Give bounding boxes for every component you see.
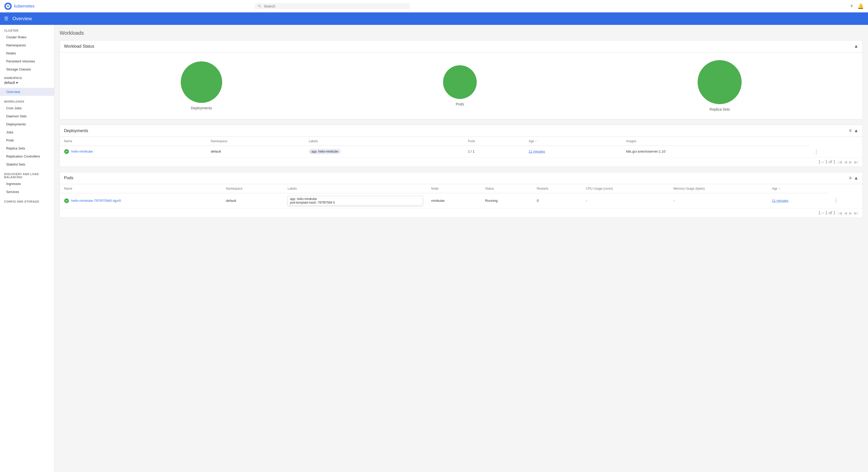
- sidebar-item-services[interactable]: Services: [0, 188, 54, 196]
- pod-status-cell: hello-minikube-797f975945-lqjm5: [60, 193, 222, 208]
- replica-sets-label: Replica Sets: [710, 107, 730, 111]
- pods-card: Pods ≡ ▲ Name Namespace Labels Node Stat…: [60, 172, 863, 218]
- deployment-status-cell: hello-minikube: [60, 146, 207, 157]
- pods-prev-page-icon[interactable]: ◀: [844, 211, 847, 215]
- namespace-dropdown-icon[interactable]: ▾: [16, 81, 18, 85]
- pods-last-page-icon[interactable]: ▶|: [854, 211, 859, 215]
- page-title: Workloads: [60, 30, 863, 36]
- sidebar-item-persistent-volumes[interactable]: Persistent Volumes: [0, 57, 54, 65]
- deployment-images-cell: k8s.gcr.io/echoserver:1.10: [622, 146, 809, 157]
- sidebar-item-pods[interactable]: Pods: [0, 136, 54, 144]
- sidebar-item-deployments[interactable]: Deployments: [0, 120, 54, 128]
- deployments-collapse-icon[interactable]: ▲: [854, 128, 859, 134]
- body-layout: Cluster Cluster Roles Namespaces Nodes P…: [0, 25, 868, 472]
- menu-icon[interactable]: ☰: [4, 16, 8, 22]
- deployments-col-images: Images: [622, 137, 809, 146]
- sidebar-item-cron-jobs[interactable]: Cron Jobs: [0, 104, 54, 112]
- pod-status-ok-icon: [64, 198, 69, 203]
- sidebar-item-cluster-roles[interactable]: Cluster Roles: [0, 33, 54, 41]
- sidebar-item-overview[interactable]: Overview: [0, 88, 54, 96]
- namespace-label: Namespace: [4, 77, 50, 80]
- deployment-pods-cell: 1 / 1: [464, 146, 524, 157]
- deployments-pagination-text: 1 – 1 of 1: [818, 159, 836, 164]
- cluster-section-label: Cluster: [0, 25, 54, 33]
- pods-collapse-icon[interactable]: ▲: [854, 175, 859, 181]
- pods-next-page-icon[interactable]: ▶: [849, 211, 852, 215]
- deployments-next-page-icon[interactable]: ▶: [849, 159, 852, 165]
- deployment-more-icon[interactable]: ⋮: [814, 149, 819, 154]
- search-icon: [258, 4, 261, 8]
- deployments-label: Deployments: [191, 106, 212, 110]
- sidebar-item-replica-sets[interactable]: Replica Sets: [0, 144, 54, 152]
- add-button[interactable]: +: [850, 3, 853, 9]
- deployments-col-name: Name: [60, 137, 207, 146]
- pod-namespace-cell: default: [222, 193, 284, 208]
- workload-status-card: Workload Status ▲ Deployments Pods Repli…: [60, 40, 863, 119]
- age-sort-icon: ↑: [535, 139, 537, 143]
- deployments-circle-item: Deployments: [181, 61, 222, 110]
- pods-first-page-icon[interactable]: |◀: [838, 211, 842, 215]
- sidebar-item-replication-controllers[interactable]: Replication Controllers: [0, 152, 54, 160]
- deployments-prev-page-icon[interactable]: ◀: [844, 159, 847, 165]
- deployments-filter-icon[interactable]: ≡: [849, 128, 852, 134]
- pod-cpu-cell: -: [582, 193, 669, 208]
- pods-circle-item: Pods: [443, 65, 477, 106]
- pods-col-cpu: CPU Usage (cores): [582, 184, 669, 193]
- config-section-label: Config and Storage: [0, 196, 54, 204]
- pods-filter-icon[interactable]: ≡: [849, 175, 852, 181]
- pods-col-memory: Memory Usage (bytes): [669, 184, 768, 193]
- deployments-table-header-row: Name Namespace Labels Pods Age ↑ Images: [60, 137, 863, 146]
- workload-status-collapse-icon[interactable]: ▲: [854, 43, 859, 49]
- pods-label: Pods: [456, 102, 464, 106]
- pod-name-link[interactable]: hello-minikube-797f975945-lqjm5: [71, 199, 121, 203]
- sidebar-item-nodes[interactable]: Nodes: [0, 49, 54, 57]
- deployments-header: Deployments ≡ ▲: [60, 125, 863, 137]
- pods-col-age[interactable]: Age ↑: [768, 184, 829, 193]
- sidebar-item-daemon-sets[interactable]: Daemon Sets: [0, 112, 54, 120]
- pod-labels-cell: app: hello-minikube pod-template-hash: 7…: [284, 193, 427, 208]
- deployments-col-labels: Labels: [305, 137, 464, 146]
- deployments-pagination: 1 – 1 of 1 |◀ ◀ ▶ ▶|: [60, 157, 863, 167]
- pod-label-2: pod-template-hash: 797f97594 5: [290, 201, 421, 204]
- pods-pagination: 1 – 1 of 1 |◀ ◀ ▶ ▶|: [60, 208, 863, 217]
- deployments-col-namespace: Namespace: [207, 137, 305, 146]
- sidebar-item-ingresses[interactable]: Ingresses: [0, 180, 54, 188]
- notification-bell[interactable]: 🔔: [857, 3, 864, 9]
- workload-status-actions: ▲: [854, 43, 859, 49]
- discovery-section-label: Discovery and Load Balancing: [0, 168, 54, 180]
- deployment-name-link[interactable]: hello-minikube: [71, 149, 93, 153]
- namespace-select[interactable]: default ▾: [4, 81, 50, 85]
- deployments-last-page-icon[interactable]: ▶|: [854, 159, 859, 165]
- search-bar[interactable]: [254, 3, 410, 9]
- deployment-more-cell: ⋮: [809, 146, 863, 157]
- deployments-card: Deployments ≡ ▲ Name Namespace Labels Po…: [60, 125, 863, 167]
- main-content: Workloads Workload Status ▲ Deployments …: [54, 25, 868, 472]
- pod-status-text-cell: Running: [481, 193, 533, 208]
- sidebar-item-stateful-sets[interactable]: Stateful Sets: [0, 160, 54, 168]
- topbar-actions: + 🔔: [850, 3, 864, 9]
- pods-circle: [443, 65, 477, 99]
- pods-pagination-text: 1 – 1 of 1: [818, 211, 836, 215]
- sidebar: Cluster Cluster Roles Namespaces Nodes P…: [0, 25, 54, 472]
- pods-table-header-row: Name Namespace Labels Node Status Restar…: [60, 184, 863, 193]
- pods-age-sort-icon: ↑: [778, 187, 780, 190]
- sidebar-item-storage-classes[interactable]: Storage Classes: [0, 65, 54, 73]
- pod-node-cell: minikube: [427, 193, 481, 208]
- namespace-section: Namespace default ▾: [0, 73, 54, 88]
- sidebar-item-jobs[interactable]: Jobs: [0, 128, 54, 136]
- pod-more-icon[interactable]: ⋮: [833, 198, 838, 203]
- pod-age-link[interactable]: 11 minutes: [772, 199, 788, 203]
- logo[interactable]: kubernetes: [4, 2, 34, 10]
- pods-header-actions: ≡ ▲: [849, 175, 859, 181]
- deployments-header-actions: ≡ ▲: [849, 128, 859, 134]
- replica-sets-circle-item: Replica Sets: [698, 60, 742, 111]
- pod-more-cell: ⋮: [829, 193, 863, 208]
- deployments-col-age[interactable]: Age ↑: [524, 137, 622, 146]
- sidebar-item-namespaces[interactable]: Namespaces: [0, 41, 54, 49]
- pods-col-status: Status: [481, 184, 533, 193]
- header-title: Overview: [12, 16, 32, 22]
- workload-status-header: Workload Status ▲: [60, 40, 863, 52]
- deployments-first-page-icon[interactable]: |◀: [838, 159, 842, 165]
- search-input[interactable]: [264, 4, 407, 8]
- deployment-age-link[interactable]: 11 minutes: [529, 149, 545, 153]
